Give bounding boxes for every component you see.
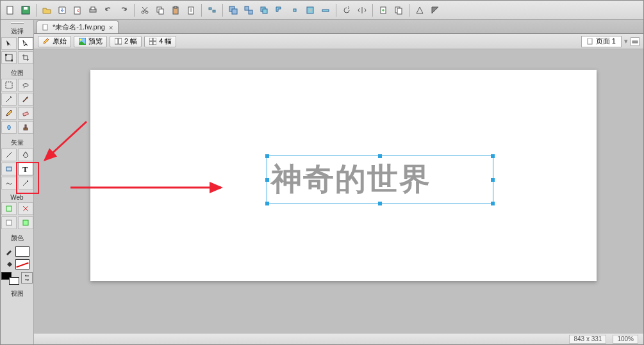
main-toolbar	[1, 1, 643, 20]
flip-button[interactable]	[355, 3, 369, 17]
resize-handle-ml[interactable]	[265, 178, 269, 182]
new-doc-button[interactable]	[3, 3, 17, 17]
print-button[interactable]	[86, 3, 100, 17]
view-ruler-toggle[interactable]	[631, 37, 640, 46]
page-dropdown-arrow[interactable]: ▾	[624, 37, 628, 45]
resize-handle-tr[interactable]	[491, 154, 495, 158]
document-icon	[42, 24, 49, 31]
scale-tool[interactable]	[1, 51, 17, 64]
view-original-button[interactable]: 原始	[38, 36, 71, 47]
export-page-button[interactable]	[70, 3, 85, 17]
document-area: *未命名-1.fw.png × 原始 预览 2 幅	[34, 20, 643, 344]
resize-handle-br[interactable]	[491, 202, 495, 205]
magic-wand-tool[interactable]	[1, 93, 17, 106]
clipboard-button[interactable]	[184, 3, 198, 17]
redo-button[interactable]	[117, 3, 131, 17]
toolbox-grip[interactable]	[1, 21, 33, 25]
text-tool[interactable]: T	[18, 163, 33, 175]
default-colors-button[interactable]	[1, 272, 19, 285]
view-2up-button[interactable]: 2 幅	[110, 36, 142, 47]
subselection-tool[interactable]	[18, 37, 33, 50]
four-pane-icon	[149, 38, 156, 45]
hide-slices-button[interactable]	[1, 216, 17, 229]
svg-rect-20	[263, 9, 267, 13]
stroke-color-swatch[interactable]	[15, 246, 29, 257]
text-object-content[interactable]: 神奇的世界	[267, 156, 493, 202]
marquee-tool[interactable]	[1, 79, 17, 92]
pointer-tool[interactable]	[1, 37, 17, 50]
toolbox-section-view: 视图	[1, 289, 33, 298]
slice-tool[interactable]	[18, 202, 33, 215]
view-4up-label: 4 幅	[159, 36, 172, 46]
view-preview-button[interactable]: 预览	[74, 36, 107, 47]
hotspot-tool[interactable]	[1, 202, 17, 215]
ungroup-button[interactable]	[242, 3, 256, 17]
resize-handle-bl[interactable]	[265, 202, 269, 205]
import-button[interactable]	[55, 3, 69, 17]
canvas-viewport[interactable]: 神奇的世界	[34, 49, 643, 333]
resize-handle-tl[interactable]	[265, 154, 269, 158]
view-4up-button[interactable]: 4 幅	[144, 36, 176, 47]
brush-tool[interactable]	[18, 93, 33, 106]
cut-button[interactable]	[138, 3, 152, 17]
line-tool[interactable]	[1, 148, 17, 161]
resize-handle-tm[interactable]	[378, 154, 382, 158]
toolbox-panel: 选择 位图 矢量	[1, 20, 34, 344]
main-row: 选择 位图 矢量	[1, 20, 643, 344]
toolbox-section-bitmap: 位图	[1, 68, 33, 77]
copy-button[interactable]	[153, 3, 167, 17]
toolbox-section-web: Web	[1, 194, 33, 201]
eraser-tool[interactable]	[18, 107, 33, 120]
flatten-button[interactable]	[318, 3, 333, 17]
paste-button[interactable]	[169, 3, 183, 17]
align-button[interactable]	[205, 3, 219, 17]
crop-tool[interactable]	[18, 51, 33, 64]
sharpen-button[interactable]	[413, 3, 427, 17]
resize-handle-mr[interactable]	[491, 178, 495, 182]
toolbar-separator	[36, 4, 37, 17]
add-page-button[interactable]	[376, 3, 390, 17]
open-button[interactable]	[40, 3, 54, 17]
svg-rect-38	[6, 220, 12, 225]
svg-rect-14	[213, 10, 215, 12]
blur-tool[interactable]	[1, 121, 17, 134]
image-icon	[78, 38, 86, 45]
lasso-tool[interactable]	[18, 79, 33, 92]
canvas[interactable]: 神奇的世界	[90, 70, 597, 281]
svg-rect-24	[322, 10, 329, 12]
pencil-icon	[42, 38, 50, 45]
toolbar-separator	[201, 4, 202, 17]
freeform-tool[interactable]	[1, 177, 17, 189]
duplicate-page-button[interactable]	[392, 3, 406, 17]
group-button[interactable]	[226, 3, 240, 17]
intersect-button[interactable]	[288, 3, 302, 17]
knife-tool[interactable]	[18, 177, 33, 189]
pencil-tool[interactable]	[1, 107, 17, 120]
status-zoom[interactable]: 100%	[613, 335, 638, 344]
subtract-button[interactable]	[272, 3, 286, 17]
stamp-tool[interactable]	[18, 121, 33, 134]
svg-rect-17	[245, 6, 249, 10]
show-slices-button[interactable]	[18, 216, 33, 229]
resize-handle-bm[interactable]	[378, 202, 382, 205]
combine-button[interactable]	[257, 3, 271, 17]
fill-color-swatch[interactable]	[15, 259, 29, 269]
rectangle-tool[interactable]	[1, 163, 17, 175]
mask-button[interactable]	[428, 3, 442, 17]
punch-button[interactable]	[303, 3, 317, 17]
page-selector[interactable]: 页面 1	[581, 36, 622, 47]
document-tab[interactable]: *未命名-1.fw.png ×	[37, 20, 119, 33]
view-toolbar: 原始 预览 2 幅 4 幅 页面 1	[34, 34, 643, 49]
text-object-selection[interactable]: 神奇的世界	[267, 156, 493, 204]
two-pane-icon	[114, 38, 122, 45]
close-tab-button[interactable]: ×	[109, 24, 113, 31]
toolbar-separator	[372, 4, 373, 17]
undo-button[interactable]	[101, 3, 115, 17]
svg-rect-29	[5, 54, 7, 56]
svg-text:T: T	[22, 164, 28, 173]
save-button[interactable]	[19, 3, 33, 17]
swap-colors-button[interactable]	[21, 272, 33, 284]
status-dimensions: 843 x 331	[569, 335, 606, 344]
rotate-button[interactable]	[340, 3, 354, 17]
pen-tool[interactable]	[18, 148, 33, 161]
